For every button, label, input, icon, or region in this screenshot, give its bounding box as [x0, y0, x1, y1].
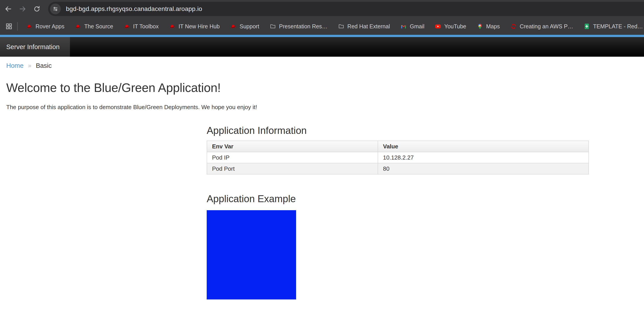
bookmark-youtube[interactable]: YouTube	[430, 20, 471, 33]
env-var-cell: Pod IP	[207, 152, 378, 163]
breadcrumb-current: Basic	[36, 62, 52, 69]
bookmark-label: YouTube	[444, 23, 466, 30]
bookmark-label: Creating an AWS P…	[520, 23, 573, 30]
bookmark-label: The Source	[84, 23, 113, 30]
bookmark-label: Gmail	[410, 23, 424, 30]
breadcrumb-separator: »	[28, 62, 31, 69]
folder-icon	[338, 23, 344, 30]
reload-button[interactable]	[32, 4, 42, 14]
application-example-section: Application Example	[207, 193, 644, 300]
page-content: Home » Basic Welcome to the Blue/Green A…	[0, 57, 644, 300]
example-color-box	[207, 210, 296, 300]
reload-icon	[33, 5, 41, 13]
page-intro: The purpose of this application is to de…	[6, 104, 644, 111]
bookmark-label: Red Hat External	[348, 23, 390, 30]
application-information-heading: Application Information	[207, 125, 644, 136]
bookmark-it-toolbox[interactable]: IT Toolbox	[118, 20, 164, 33]
forward-button[interactable]	[18, 4, 28, 14]
bookmark-gmail[interactable]: Gmail	[395, 20, 430, 33]
app-navbar: Server Information	[0, 37, 644, 57]
address-bar[interactable]: bgd-bgd.apps.rhgsyqso.canadacentral.aroa…	[48, 2, 644, 16]
bookmark-label: TEMPLATE - Red…	[593, 23, 643, 30]
bookmark-the-source[interactable]: The Source	[70, 20, 118, 33]
env-var-cell: Pod Port	[207, 163, 378, 174]
forward-arrow-icon	[19, 5, 26, 13]
bookmark-creating-an-aws-p[interactable]: Creating an AWS P…	[505, 20, 578, 33]
bookmark-label: Support	[240, 23, 259, 30]
page-title: Welcome to the Blue/Green Application!	[6, 81, 644, 95]
bookmark-label: Rover Apps	[36, 23, 64, 30]
application-column: Application Information Env Var Value Po…	[207, 125, 644, 300]
tab-label: Server Information	[6, 43, 60, 51]
column-header-value: Value	[378, 141, 588, 152]
column-header-env-var: Env Var	[207, 141, 378, 152]
redhat-icon	[124, 23, 130, 30]
breadcrumb-home-link[interactable]: Home	[6, 62, 24, 69]
bookmark-label: IT New Hire Hub	[178, 23, 220, 30]
bookmark-rover-apps[interactable]: Rover Apps	[21, 20, 70, 33]
bookmark-it-new-hire-hub[interactable]: IT New Hire Hub	[164, 20, 225, 33]
tune-icon	[52, 5, 59, 12]
bookmarks-bar: Rover AppsThe SourceIT ToolboxIT New Hir…	[0, 18, 644, 35]
url-text: bgd-bgd.apps.rhgsyqso.canadacentral.aroa…	[66, 5, 202, 12]
value-cell: 10.128.2.27	[378, 152, 588, 163]
tab-server-information[interactable]: Server Information	[0, 37, 70, 57]
application-example-heading: Application Example	[207, 193, 644, 204]
red-refresh-icon	[510, 23, 517, 30]
bookmark-maps[interactable]: Maps	[472, 20, 505, 33]
table-row: Pod Port80	[207, 163, 588, 174]
table-row: Pod IP10.128.2.27	[207, 152, 588, 163]
bookmark-presentation-res[interactable]: Presentation Res…	[264, 20, 333, 33]
redhat-icon	[26, 23, 32, 30]
browser-toolbar: bgd-bgd.apps.rhgsyqso.canadacentral.aroa…	[0, 0, 644, 18]
redhat-icon	[169, 23, 176, 30]
apps-grid-button[interactable]	[4, 21, 14, 31]
redhat-icon	[75, 23, 81, 30]
browser-window: bgd-bgd.apps.rhgsyqso.canadacentral.aroa…	[0, 0, 644, 324]
bookmarks-separator	[17, 22, 18, 30]
back-arrow-icon	[4, 5, 12, 13]
redhat-icon	[230, 23, 237, 30]
back-button[interactable]	[3, 4, 14, 14]
breadcrumb: Home » Basic	[6, 62, 644, 69]
bookmark-red-hat-external[interactable]: Red Hat External	[333, 20, 395, 33]
site-settings-button[interactable]	[50, 3, 61, 14]
youtube-icon	[434, 23, 441, 30]
browser-nav-buttons	[3, 0, 42, 18]
gmail-icon	[400, 23, 407, 30]
bookmark-support[interactable]: Support	[225, 20, 264, 33]
maps-icon	[477, 23, 483, 30]
env-var-table: Env Var Value Pod IP10.128.2.27Pod Port8…	[207, 141, 589, 174]
accent-line	[0, 35, 644, 37]
bookmark-template-red[interactable]: TEMPLATE - Red…	[578, 20, 644, 33]
value-cell: 80	[378, 163, 588, 174]
sheets-icon	[584, 23, 590, 30]
application-information-section: Application Information Env Var Value Po…	[207, 125, 644, 174]
bookmark-label: IT Toolbox	[133, 23, 159, 30]
folder-icon	[270, 23, 276, 30]
apps-grid-icon	[6, 23, 12, 30]
table-header-row: Env Var Value	[207, 141, 588, 152]
bookmark-label: Maps	[486, 23, 500, 30]
bookmark-list: Rover AppsThe SourceIT ToolboxIT New Hir…	[21, 20, 644, 33]
bookmark-label: Presentation Res…	[279, 23, 328, 30]
